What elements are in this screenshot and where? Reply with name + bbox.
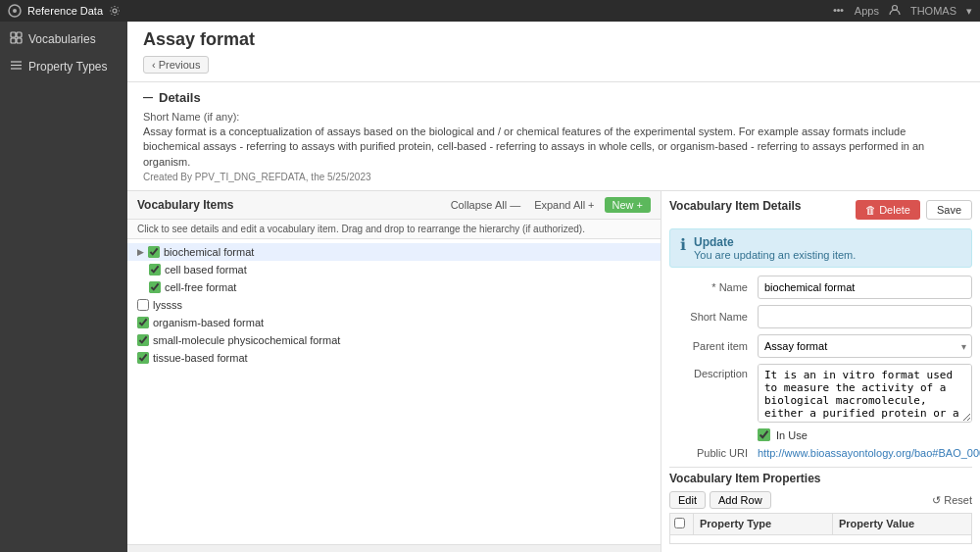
collapse-icon: — xyxy=(510,199,520,211)
expand-arrow-biochemical[interactable]: ▶ xyxy=(137,247,144,257)
details-section-header: — Details xyxy=(143,90,964,105)
top-nav-left: Reference Data xyxy=(8,4,121,18)
vocab-item-details-header: Vocabulary Item Details xyxy=(669,199,802,213)
svg-rect-10 xyxy=(17,38,22,43)
description-textarea[interactable]: It is an in vitro format used to measure… xyxy=(758,364,972,423)
user-icon xyxy=(889,4,901,18)
vocab-label-organism: organism-based format xyxy=(153,317,264,328)
parent-item-select-wrapper: Assay format ▾ xyxy=(758,334,972,358)
new-plus-icon: + xyxy=(637,199,643,211)
properties-toolbar-left: Edit Add Row xyxy=(669,491,771,509)
name-input[interactable] xyxy=(758,276,972,299)
apps-label[interactable]: Apps xyxy=(855,5,879,17)
property-types-icon xyxy=(10,59,23,75)
panel-hint: Click to see details and edit a vocabula… xyxy=(127,220,661,239)
short-name-row: Short Name xyxy=(669,305,972,328)
vocab-list: ▶ biochemical format cell based format c… xyxy=(127,239,661,544)
vocab-item-small-molecule[interactable]: small-molecule physicochemical format xyxy=(127,331,661,349)
edit-properties-button[interactable]: Edit xyxy=(669,491,706,509)
add-row-button[interactable]: Add Row xyxy=(710,491,771,509)
vocab-item-cell-free-format[interactable]: cell-free format xyxy=(127,278,661,296)
apps-icon[interactable] xyxy=(832,4,845,19)
parent-item-label: Parent item xyxy=(669,340,758,352)
vocab-checkbox-small-molecule[interactable] xyxy=(137,334,149,346)
right-panel-action-bar: Vocabulary Item Details 🗑 Delete Save xyxy=(669,199,972,221)
sidebar-item-property-types[interactable]: Property Types xyxy=(0,53,127,80)
vocab-label-biochemical: biochemical format xyxy=(164,246,254,258)
sidebar-label-vocabularies: Vocabularies xyxy=(28,32,96,46)
app-title: Reference Data xyxy=(27,5,103,17)
svg-point-1 xyxy=(13,9,17,13)
plus-icon: + xyxy=(588,199,594,211)
back-button[interactable]: ‹ Previous xyxy=(143,56,209,74)
properties-section: Vocabulary Item Properties Edit Add Row … xyxy=(669,468,972,544)
parent-item-row: Parent item Assay format ▾ xyxy=(669,334,972,358)
collapse-all-button[interactable]: Collapse All — xyxy=(447,198,524,212)
select-all-checkbox[interactable] xyxy=(674,518,685,528)
chevron-left-icon: ‹ xyxy=(152,59,156,71)
vocab-items-header: Vocabulary Items Collapse All — Expand A… xyxy=(127,191,661,220)
vocab-checkbox-cell-based[interactable] xyxy=(149,264,161,276)
trash-icon: 🗑 xyxy=(865,204,876,216)
reset-button[interactable]: ↺ Reset xyxy=(932,494,972,507)
vocab-item-cell-based-format[interactable]: cell based format xyxy=(127,261,661,278)
delete-button[interactable]: 🗑 Delete xyxy=(856,200,920,220)
short-name-input[interactable] xyxy=(758,305,972,328)
collapse-icon[interactable]: — xyxy=(143,92,153,103)
name-label: * Name xyxy=(669,281,758,293)
reset-icon: ↺ xyxy=(932,494,941,507)
vocabularies-icon xyxy=(10,31,23,47)
save-button[interactable]: Save xyxy=(926,200,972,220)
public-uri-link[interactable]: http://www.bioassayontology.org/bao#BAO_… xyxy=(758,447,980,459)
update-subtitle: You are updating an existing item. xyxy=(694,249,856,261)
vocab-item-biochemical-format[interactable]: ▶ biochemical format xyxy=(127,243,661,261)
info-icon: ℹ xyxy=(680,235,686,254)
sidebar-item-vocabularies[interactable]: Vocabularies xyxy=(0,25,127,53)
sidebar-label-property-types: Property Types xyxy=(28,60,107,74)
expand-all-button[interactable]: Expand All + xyxy=(530,198,598,212)
right-panel: Vocabulary Item Details 🗑 Delete Save ℹ xyxy=(662,191,980,552)
vocab-item-organism-based[interactable]: organism-based format xyxy=(127,314,661,331)
description-row: Description It is an in vitro format use… xyxy=(669,364,972,423)
main-content: Assay format ‹ Previous — Details Short … xyxy=(127,22,980,552)
page-header: Assay format ‹ Previous xyxy=(127,22,980,82)
vocab-label-small-molecule: small-molecule physicochemical format xyxy=(153,334,340,346)
svg-point-4 xyxy=(837,9,840,12)
created-by-text: Created By PPV_TI_DNG_REFDATA, the 5/25/… xyxy=(143,172,964,182)
public-uri-row: Public URI http://www.bioassayontology.o… xyxy=(669,447,972,459)
top-nav: Reference Data Apps THOMAS ▾ xyxy=(0,0,980,22)
top-nav-right: Apps THOMAS ▾ xyxy=(832,4,972,19)
update-notice: ℹ Update You are updating an existing it… xyxy=(669,228,972,268)
app-layout: Vocabularies Property Types Assay format… xyxy=(0,22,980,552)
svg-rect-8 xyxy=(17,32,22,37)
vocab-items-label: Vocabulary Items xyxy=(137,198,233,212)
vocab-checkbox-organism[interactable] xyxy=(137,317,149,328)
parent-item-select[interactable]: Assay format xyxy=(758,334,972,358)
back-label: Previous xyxy=(159,59,201,71)
user-label[interactable]: THOMAS xyxy=(910,5,956,17)
vocab-item-tissue-based[interactable]: tissue-based format xyxy=(127,349,661,367)
properties-header: Vocabulary Item Properties xyxy=(669,468,972,485)
public-uri-label: Public URI xyxy=(669,447,758,459)
update-notice-content: Update You are updating an existing item… xyxy=(694,235,856,261)
vocab-item-lyssss[interactable]: lyssss xyxy=(127,296,661,314)
vocab-checkbox-cell-free[interactable] xyxy=(149,281,161,293)
chevron-down-icon[interactable]: ▾ xyxy=(966,5,972,18)
save-label: Save xyxy=(937,204,961,216)
vocab-label-cell-free: cell-free format xyxy=(165,281,236,293)
vocab-checkbox-tissue[interactable] xyxy=(137,352,149,364)
vocab-checkbox-lyssss[interactable] xyxy=(137,299,149,311)
properties-table-body: No data found. xyxy=(670,535,971,544)
new-button[interactable]: New + xyxy=(605,197,651,213)
svg-point-2 xyxy=(113,9,117,13)
svg-rect-7 xyxy=(11,32,16,37)
properties-table: Property Type Property Value No data fou… xyxy=(669,513,972,544)
in-use-checkbox[interactable] xyxy=(758,428,770,441)
collapse-all-label: Collapse All xyxy=(451,199,507,211)
vocab-label-cell-based: cell based format xyxy=(165,264,247,276)
col-property-type: Property Type xyxy=(694,514,833,534)
sidebar: Vocabularies Property Types xyxy=(0,22,127,552)
properties-table-header: Property Type Property Value xyxy=(670,514,971,535)
settings-icon[interactable] xyxy=(109,5,121,17)
vocab-checkbox-biochemical[interactable] xyxy=(148,246,160,258)
